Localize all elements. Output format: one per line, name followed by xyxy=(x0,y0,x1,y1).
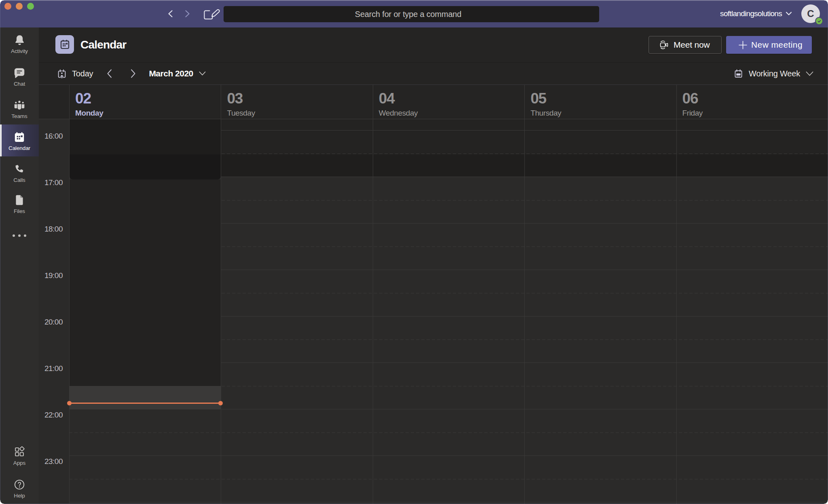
sidebar-item-label: Teams xyxy=(11,114,27,119)
time-label: 17:00 xyxy=(44,179,63,187)
search-input[interactable]: Search for or type a command xyxy=(224,6,599,22)
time-label: 20:00 xyxy=(44,318,63,326)
monday-past-shade xyxy=(70,179,221,386)
check-icon xyxy=(817,19,822,23)
day-name: Tuesday xyxy=(227,109,372,118)
org-name[interactable]: softlandingsolutions xyxy=(720,9,782,18)
calendar-icon xyxy=(14,131,25,143)
day-name: Friday xyxy=(682,109,828,118)
page-header: Calendar Meet now xyxy=(39,27,828,62)
people-icon xyxy=(13,99,25,111)
page-title: Calendar xyxy=(80,38,126,51)
hour-line xyxy=(69,409,828,409)
avatar-initial: C xyxy=(807,8,814,19)
sidebar-item-label: Calendar xyxy=(8,146,30,151)
view-label: Working Week xyxy=(749,69,800,78)
day-number: 04 xyxy=(379,91,524,106)
day-number: 03 xyxy=(227,91,372,106)
sidebar-item-label: Apps xyxy=(13,460,25,466)
sidebar-item-teams[interactable]: Teams xyxy=(0,99,39,119)
day-number: 02 xyxy=(75,91,221,106)
day-name: Monday xyxy=(75,109,221,118)
meet-now-label: Meet now xyxy=(674,40,710,50)
minimize-button[interactable] xyxy=(16,3,23,10)
month-label: March 2020 xyxy=(149,69,193,78)
sidebar-item-calendar[interactable]: Calendar xyxy=(0,131,39,151)
chevron-down-icon xyxy=(805,71,814,76)
half-hour-line xyxy=(69,479,828,479)
chevron-down-icon xyxy=(786,12,792,16)
day-number: 05 xyxy=(530,91,676,106)
apps-grid-icon xyxy=(14,446,25,458)
next-week-button[interactable] xyxy=(129,68,137,79)
app-rail: Activity Chat xyxy=(0,27,39,504)
monday-current-slot-highlight xyxy=(70,386,221,409)
today-button[interactable]: Today xyxy=(57,69,93,78)
sidebar-item-files[interactable]: Files xyxy=(0,194,39,214)
chat-bubble-icon xyxy=(14,67,25,78)
search-placeholder: Search for or type a command xyxy=(355,10,461,19)
today-label: Today xyxy=(72,69,93,78)
sidebar-item-apps[interactable]: Apps xyxy=(0,446,39,466)
compose-icon xyxy=(204,9,220,21)
close-button[interactable] xyxy=(4,3,11,10)
calendar-today-icon xyxy=(57,69,66,78)
day-header-friday[interactable]: 06 Friday xyxy=(676,85,828,119)
day-header-monday[interactable]: 02 Monday xyxy=(69,85,221,119)
time-label: 23:00 xyxy=(44,458,63,466)
account-area: softlandingsolutions C xyxy=(720,0,820,27)
day-header-row: 02 Monday 03 Tuesday 04 Wednesday 05 Thu… xyxy=(39,84,828,119)
chevron-right-icon xyxy=(184,10,191,18)
time-gutter-spacer xyxy=(39,85,69,119)
day-header-tuesday[interactable]: 03 Tuesday xyxy=(221,85,372,119)
week-grid: 16:00 17:00 18:00 19:00 20:00 21:00 22:0… xyxy=(39,119,828,504)
sidebar-item-help[interactable]: Help xyxy=(0,479,39,498)
sidebar-item-calls[interactable]: Calls xyxy=(0,163,39,183)
sidebar-item-more[interactable] xyxy=(0,234,39,237)
document-icon xyxy=(15,194,24,206)
avatar[interactable]: C xyxy=(801,4,820,23)
meet-now-button[interactable]: Meet now xyxy=(648,36,722,54)
org-switcher[interactable] xyxy=(786,12,792,16)
new-chat-button[interactable] xyxy=(203,6,221,23)
current-time-dot-right xyxy=(218,401,223,405)
day-name: Wednesday xyxy=(379,109,524,118)
hour-line xyxy=(69,502,828,502)
calendar-page: Calendar Meet now xyxy=(39,27,828,504)
history-nav xyxy=(164,0,221,27)
time-label: 22:00 xyxy=(44,411,63,419)
time-gutter: 16:00 17:00 18:00 19:00 20:00 21:00 22:0… xyxy=(39,119,69,504)
sidebar-item-activity[interactable]: Activity xyxy=(0,34,39,54)
calendar-tile-icon xyxy=(55,35,74,54)
sidebar-item-chat[interactable]: Chat xyxy=(0,67,39,86)
day-number: 06 xyxy=(682,91,828,106)
day-header-thursday[interactable]: 05 Thursday xyxy=(524,85,676,119)
view-switcher[interactable]: Working Week xyxy=(734,69,814,78)
traffic-lights xyxy=(4,3,34,10)
ellipsis-icon xyxy=(13,234,15,237)
sidebar-item-label: Calls xyxy=(13,177,25,183)
forward-button[interactable] xyxy=(180,7,194,21)
calendar-week-icon xyxy=(734,69,743,78)
new-meeting-button[interactable]: New meeting xyxy=(726,36,812,54)
sidebar-item-label: Files xyxy=(14,209,25,214)
previous-week-button[interactable] xyxy=(105,68,113,79)
new-meeting-label: New meeting xyxy=(751,40,803,50)
chevron-left-icon xyxy=(106,69,112,78)
presence-badge-available xyxy=(815,17,823,25)
month-picker[interactable]: March 2020 xyxy=(149,69,206,78)
bell-icon xyxy=(14,34,25,46)
day-header-wednesday[interactable]: 04 Wednesday xyxy=(373,85,524,119)
zoom-button[interactable] xyxy=(27,3,34,10)
monday-past-shade xyxy=(70,119,221,154)
sidebar-item-label: Activity xyxy=(11,49,28,54)
sidebar-item-label: Chat xyxy=(14,81,25,86)
phone-icon xyxy=(14,163,25,175)
monday-past-shade xyxy=(70,154,221,179)
plus-icon xyxy=(738,40,748,50)
time-label: 21:00 xyxy=(44,365,63,373)
back-button[interactable] xyxy=(164,7,177,21)
half-hour-line xyxy=(69,432,828,433)
day-name: Thursday xyxy=(530,109,676,118)
help-circle-icon xyxy=(14,479,25,490)
